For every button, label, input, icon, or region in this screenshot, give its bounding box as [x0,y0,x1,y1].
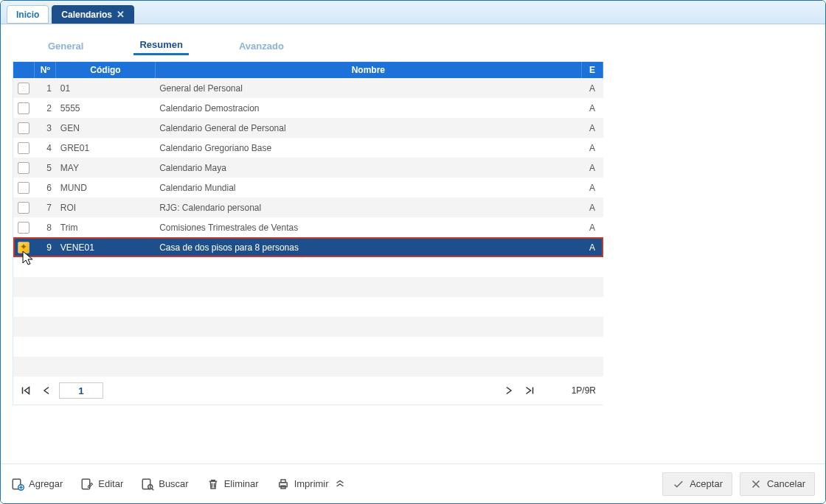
table-row[interactable]: 7ROIRJG: Calendario personalA [13,197,603,217]
col-header-e[interactable]: E [582,62,603,78]
table-row[interactable]: 25555Calendario DemostracionA [13,98,603,118]
editar-label: Editar [98,478,123,489]
tab-calendarios[interactable]: Calendarios ✕ [52,5,134,24]
add-icon [11,477,24,491]
row-codigo: Trim [56,217,155,237]
x-icon [749,477,763,491]
row-e: A [582,78,603,98]
row-num: 8 [35,217,56,237]
buscar-label: Buscar [159,478,188,489]
row-nombre: RJG: Calendario personal [155,197,581,217]
row-checkbox[interactable] [18,202,30,214]
col-header-num[interactable]: Nº [35,62,56,78]
row-codigo: MAY [56,158,155,178]
row-nombre: General del Personal [155,78,581,98]
row-checkbox[interactable] [18,102,30,114]
row-checkbox[interactable] [18,122,30,134]
table-row[interactable]: 9VENE01Casa de dos pisos para 8 personas… [13,237,603,257]
row-e: A [582,197,603,217]
row-checkbox[interactable] [18,242,30,253]
row-codigo: GEN [56,118,155,138]
row-nombre: Calendario Demostracion [155,98,581,118]
table-row-empty [13,357,603,377]
sub-tabs: General Resumen Avanzado [13,32,813,60]
table-row[interactable]: 4GRE01Calendario Gregoriano BaseA [13,138,603,158]
table-row[interactable]: 8TrimComisiones Trimestrales de VentasA [13,217,603,237]
table-row[interactable]: 3GENCalendario General de PersonalA [13,118,603,138]
grid-wrap: Nº Código Nombre E 101General del Person… [13,61,603,405]
prev-icon [40,384,53,397]
table-row-empty [13,337,603,357]
row-codigo: ROI [56,197,155,217]
page-info: 1P/9R [572,385,596,396]
col-header-codigo[interactable]: Código [56,62,155,78]
table-row-empty [13,277,603,297]
agregar-button[interactable]: Agregar [11,477,63,491]
row-codigo: GRE01 [56,138,155,158]
prev-page-button[interactable] [38,382,55,399]
table-row[interactable]: 5MAYCalendario MayaA [13,158,603,178]
table-row[interactable]: 101General del PersonalA [13,78,603,98]
table-row[interactable]: 6MUNDCalendario MundialA [13,178,603,197]
row-nombre: Comisiones Trimestrales de Ventas [155,217,581,237]
check-icon [672,477,685,491]
chevron-up-icon [333,477,347,491]
buscar-button[interactable]: Buscar [141,477,188,491]
cancelar-button[interactable]: Cancelar [740,472,815,496]
close-icon[interactable]: ✕ [117,9,125,20]
cancelar-label: Cancelar [767,478,805,489]
row-nombre: Casa de dos pisos para 8 personas [155,237,581,257]
row-e: A [582,118,603,138]
col-header-check[interactable] [13,62,35,78]
right-buttons: Aceptar Cancelar [662,472,815,496]
row-num: 2 [35,98,56,118]
first-icon [19,384,32,397]
last-page-button[interactable] [521,382,538,399]
table-row-empty [13,297,603,317]
row-e: A [582,237,603,257]
app-frame: Inicio Calendarios ✕ General Resumen Ava… [0,0,826,504]
tab-inicio-label: Inicio [16,10,39,20]
row-codigo: 01 [56,78,155,98]
row-checkbox[interactable] [18,162,30,174]
next-page-button[interactable] [501,382,517,399]
row-codigo: 5555 [56,98,155,118]
search-icon [141,477,154,491]
data-grid: Nº Código Nombre E 101General del Person… [13,62,603,377]
subtab-avanzado[interactable]: Avanzado [233,38,290,55]
first-page-button[interactable] [18,382,34,399]
table-row-empty [13,257,603,277]
aceptar-button[interactable]: Aceptar [662,472,732,496]
next-icon [502,384,516,397]
row-num: 9 [35,237,56,257]
imprimir-label: Imprimir [294,478,329,489]
row-codigo: MUND [56,178,155,197]
print-icon [277,477,290,491]
editar-button[interactable]: Editar [80,477,123,491]
row-e: A [582,98,603,118]
row-checkbox[interactable] [18,182,30,194]
row-checkbox[interactable] [18,222,30,234]
aceptar-label: Aceptar [690,478,723,489]
row-checkbox[interactable] [18,83,30,94]
page-input[interactable] [59,382,103,399]
agregar-label: Agregar [29,478,63,489]
row-checkbox[interactable] [18,142,30,154]
subtab-general[interactable]: General [42,38,89,55]
row-e: A [582,158,603,178]
row-num: 1 [35,78,56,98]
eliminar-button[interactable]: Eliminar [206,477,259,491]
tab-inicio[interactable]: Inicio [7,5,49,24]
row-num: 4 [35,138,56,158]
row-e: A [582,178,603,197]
toolbar: Agregar Editar Buscar Eliminar Imprimir … [1,463,825,503]
imprimir-button[interactable]: Imprimir [277,477,347,491]
subtab-resumen[interactable]: Resumen [133,36,189,55]
pager: 1P/9R [13,377,603,405]
table-row-empty [13,317,603,337]
svg-rect-6 [281,480,285,483]
content-area: General Resumen Avanzado Nº Código Nombr… [1,24,825,413]
edit-icon [80,477,94,491]
col-header-nombre[interactable]: Nombre [155,62,581,78]
eliminar-label: Eliminar [224,478,259,489]
